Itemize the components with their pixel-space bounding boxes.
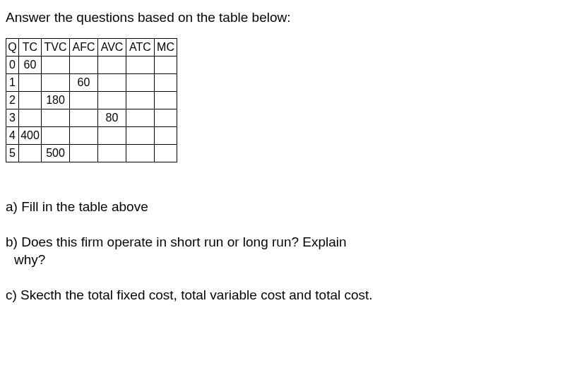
cell-afc [70,92,98,109]
cell-tvc [42,74,70,92]
header-q: Q [6,39,19,57]
cell-q: 3 [6,109,19,127]
cost-table: Q TC TVC AFC AVC ATC MC 0 60 1 60 [6,38,177,162]
cell-mc [155,57,177,74]
cell-atc [126,57,155,74]
question-c: c) Skecth the total fixed cost, total va… [6,286,571,304]
cell-atc [126,92,155,109]
table-row: 5 500 [6,145,177,162]
table-row: 1 60 [6,74,177,92]
header-tvc: TVC [42,39,70,57]
cell-tc [19,74,42,92]
header-atc: ATC [126,39,155,57]
cell-mc [155,109,177,127]
header-avc: AVC [98,39,126,57]
header-afc: AFC [70,39,98,57]
cell-tvc [42,57,70,74]
cell-tc [19,109,42,127]
cell-avc [98,92,126,109]
question-b-line1: b) Does this firm operate in short run o… [6,234,347,249]
cell-atc [126,109,155,127]
cell-atc [126,127,155,145]
cell-q: 1 [6,74,19,92]
cell-q: 0 [6,57,19,74]
table-row: 4 400 [6,127,177,145]
header-mc: MC [155,39,177,57]
cell-tvc: 500 [42,145,70,162]
cell-atc [126,74,155,92]
cell-tvc: 180 [42,92,70,109]
cell-atc [126,145,155,162]
cell-mc [155,92,177,109]
question-b: b) Does this firm operate in short run o… [6,233,571,269]
cell-q: 4 [6,127,19,145]
cell-afc: 60 [70,74,98,92]
question-b-line2: why? [6,252,45,267]
cell-tc: 60 [19,57,42,74]
cell-avc [98,145,126,162]
cell-tc [19,92,42,109]
cell-afc [70,57,98,74]
table-header-row: Q TC TVC AFC AVC ATC MC [6,39,177,57]
cell-q: 2 [6,92,19,109]
table-row: 0 60 [6,57,177,74]
cell-tc: 400 [19,127,42,145]
cell-afc [70,109,98,127]
cell-avc [98,57,126,74]
question-a: a) Fill in the table above [6,198,571,216]
cell-mc [155,145,177,162]
cell-avc: 80 [98,109,126,127]
table-row: 3 80 [6,109,177,127]
cell-mc [155,74,177,92]
cell-mc [155,127,177,145]
cell-tvc [42,127,70,145]
instruction-text: Answer the questions based on the table … [6,10,571,25]
cell-afc [70,145,98,162]
table-row: 2 180 [6,92,177,109]
cell-tvc [42,109,70,127]
cell-avc [98,74,126,92]
cell-q: 5 [6,145,19,162]
header-tc: TC [19,39,42,57]
cell-tc [19,145,42,162]
cell-afc [70,127,98,145]
cell-avc [98,127,126,145]
